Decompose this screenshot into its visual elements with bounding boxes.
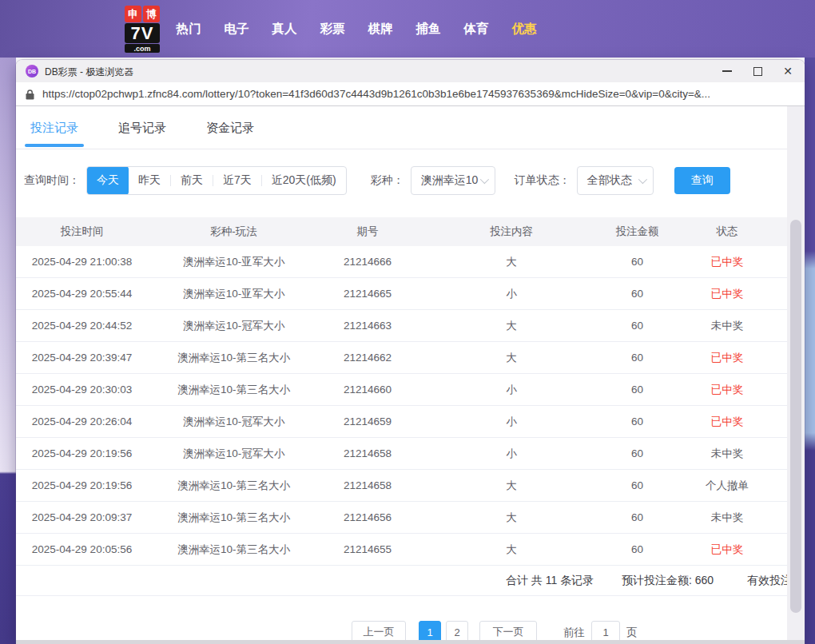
cell-status: 未中奖 [667, 438, 787, 469]
cell-bet-content: 大 [415, 310, 607, 341]
scrollbar-thumb[interactable] [790, 220, 801, 613]
cell-bet-time: 2025-04-29 20:05:56 [16, 534, 148, 565]
table-row: 2025-04-29 20:55:44澳洲幸运10-亚军大小21214665小6… [16, 278, 805, 310]
order-status-label: 订单状态： [515, 173, 570, 188]
time-option-前天[interactable]: 前天 [171, 166, 213, 195]
cell-game-play: 澳洲幸运10-第三名大小 [148, 534, 320, 565]
goto-unit-label: 页 [626, 626, 638, 640]
cell-bet-amount: 60 [607, 310, 667, 341]
lottery-select-value: 澳洲幸运10 [421, 173, 479, 188]
summary-item: 合计 共 11 条记录 [506, 574, 594, 588]
tab-资金记录[interactable]: 资金记录 [206, 106, 254, 148]
table-row-grid: 2025-04-29 20:09:37澳洲幸运10-第三名大小21214656大… [16, 502, 787, 533]
cell-status: 已中奖 [667, 278, 787, 309]
nav-item-真人[interactable]: 真人 [260, 21, 308, 38]
site-background-left [0, 58, 16, 644]
nav-item-彩票[interactable]: 彩票 [308, 21, 356, 38]
nav-item-体育[interactable]: 体育 [452, 21, 500, 38]
cell-bet-amount: 60 [607, 406, 667, 437]
url-text: https://ctop02pchwp1.zfnc84.com/lottery/… [42, 88, 710, 100]
cell-bet-time: 2025-04-29 20:09:37 [16, 502, 148, 533]
table-row-grid: 2025-04-29 20:39:47澳洲幸运10-第三名大小21214662大… [16, 342, 787, 373]
chevron-down-icon [479, 175, 488, 184]
cell-game-play: 澳洲幸运10-第三名大小 [148, 342, 320, 373]
app-icon: DB [26, 65, 38, 78]
cell-game-play: 澳洲幸运10-第三名大小 [148, 470, 320, 501]
nav-item-优惠[interactable]: 优惠 [500, 21, 548, 38]
column-header-投注内容: 投注内容 [415, 217, 607, 246]
tab-投注记录[interactable]: 投注记录 [30, 106, 78, 148]
minimize-button[interactable] [712, 60, 742, 82]
goto-label: 前往 [563, 626, 585, 640]
table-row: 2025-04-29 20:05:56澳洲幸运10-第三名大小21214655大… [16, 534, 805, 566]
cell-issue-number: 21214658 [320, 438, 415, 469]
cell-bet-amount: 60 [607, 438, 667, 469]
column-header-投注金额: 投注金额 [607, 217, 667, 246]
order-status-value: 全部状态 [587, 173, 632, 188]
column-header-期号: 期号 [320, 217, 415, 246]
site-top-nav-bar: 申 博 7V .com 热门电子真人彩票棋牌捕鱼体育优惠 [0, 0, 815, 58]
cell-issue-number: 21214663 [320, 310, 415, 341]
close-button[interactable]: ✕ [773, 60, 803, 82]
cell-status: 已中奖 [667, 406, 787, 437]
table-row: 2025-04-29 20:44:52澳洲幸运10-冠军大小21214663大6… [16, 310, 805, 342]
window-controls: ✕ [712, 60, 803, 82]
order-status-select[interactable]: 全部状态 [577, 166, 654, 195]
time-range-group: 今天昨天前天近7天近20天(低频) [86, 166, 347, 195]
cell-issue-number: 21214666 [320, 246, 415, 277]
tab-追号记录[interactable]: 追号记录 [118, 106, 166, 148]
maximize-button[interactable] [742, 60, 773, 82]
nav-item-捕鱼[interactable]: 捕鱼 [404, 21, 452, 38]
table-row-grid: 2025-04-29 20:44:52澳洲幸运10-冠军大小21214663大6… [16, 310, 787, 341]
time-filter-label: 查询时间： [24, 173, 80, 188]
cell-bet-time: 2025-04-29 20:19:56 [16, 470, 148, 501]
window-bottom-edge [16, 640, 805, 644]
time-option-昨天[interactable]: 昨天 [129, 166, 170, 195]
summary-item: 预计投注金额: 660 [622, 574, 714, 588]
cell-game-play: 澳洲幸运10-第三名大小 [148, 502, 320, 533]
lock-icon [26, 89, 34, 100]
cell-issue-number: 21214658 [320, 470, 415, 501]
table-row-grid: 2025-04-29 20:30:03澳洲幸运10-第三名大小21214660小… [16, 374, 787, 405]
nav-item-电子[interactable]: 电子 [213, 21, 260, 38]
column-header-投注时间: 投注时间 [16, 217, 148, 246]
cell-status: 未中奖 [667, 310, 787, 341]
cell-bet-amount: 60 [607, 278, 667, 309]
table-header: 投注时间彩种-玩法期号投注内容投注金额状态 [16, 217, 805, 246]
chevron-down-icon [638, 175, 646, 184]
cell-bet-content: 小 [415, 278, 607, 309]
cell-bet-time: 2025-04-29 21:00:38 [16, 246, 148, 277]
nav-item-热门[interactable]: 热门 [165, 21, 213, 38]
time-option-今天[interactable]: 今天 [87, 166, 129, 195]
cell-bet-time: 2025-04-29 20:55:44 [16, 278, 148, 309]
site-background-right [805, 58, 815, 644]
summary-row: 合计 共 11 条记录预计投注金额: 660有效投注金额 [16, 566, 805, 596]
filter-bar: 查询时间： 今天昨天前天近7天近20天(低频) 彩种： 澳洲幸运10 订单状态：… [24, 166, 730, 195]
window-title: DB彩票 - 极速浏览器 [45, 66, 133, 79]
cell-bet-amount: 60 [607, 342, 667, 373]
lottery-select[interactable]: 澳洲幸运10 [411, 166, 495, 195]
query-button[interactable]: 查询 [674, 167, 730, 194]
logo-tile-1: 申 [125, 6, 141, 22]
cell-status: 个人撤单 [667, 470, 787, 501]
logo-main-text: 7V [125, 23, 160, 43]
address-bar[interactable]: https://ctop02pchwp1.zfnc84.com/lottery/… [16, 82, 805, 106]
cell-bet-content: 大 [415, 502, 607, 533]
cell-game-play: 澳洲幸运10-第三名大小 [148, 374, 320, 405]
time-option-近20天(低频)[interactable]: 近20天(低频) [262, 166, 346, 195]
time-option-近7天[interactable]: 近7天 [213, 166, 261, 195]
table-row-grid: 2025-04-29 20:19:56澳洲幸运10-第三名大小21214658大… [16, 470, 787, 501]
screen: 申 博 7V .com 热门电子真人彩票棋牌捕鱼体育优惠 DB DB彩票 - 极… [0, 0, 815, 644]
table-row-grid: 2025-04-29 20:05:56澳洲幸运10-第三名大小21214655大… [16, 534, 787, 565]
browser-window: DB DB彩票 - 极速浏览器 ✕ https://ctop02pchwp1.z… [16, 60, 805, 644]
cell-bet-time: 2025-04-29 20:39:47 [16, 342, 148, 373]
table-row-grid: 2025-04-29 21:00:38澳洲幸运10-亚军大小21214666大6… [16, 246, 787, 277]
cell-game-play: 澳洲幸运10-冠军大小 [148, 438, 320, 469]
close-icon: ✕ [783, 66, 793, 77]
cell-issue-number: 21214655 [320, 534, 415, 565]
site-logo[interactable]: 申 博 7V .com [117, 6, 167, 53]
cell-status: 已中奖 [667, 374, 787, 405]
cell-bet-amount: 60 [607, 246, 667, 277]
cell-bet-amount: 60 [607, 374, 667, 405]
nav-item-棋牌[interactable]: 棋牌 [356, 21, 404, 38]
